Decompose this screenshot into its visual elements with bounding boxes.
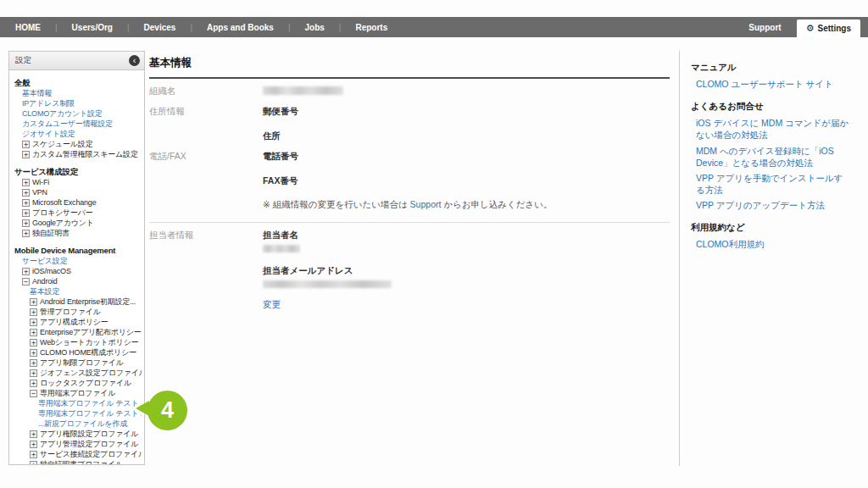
support-link[interactable]: Support <box>410 199 442 209</box>
nav-item-devices[interactable]: Devices <box>130 23 191 32</box>
nav-item-support[interactable]: Support <box>748 23 781 32</box>
sidebar-item[interactable]: +VPN <box>13 187 142 197</box>
sidebar-item[interactable]: +CLOMO HOME構成ポリシー <box>13 347 142 358</box>
help-link[interactable]: VPP アプリを手動でインストールする方法 <box>691 170 850 197</box>
sidebar-item[interactable]: +Wi-Fi <box>13 177 142 187</box>
expand-plus-icon[interactable]: + <box>30 298 37 306</box>
sidebar-item[interactable]: +アプリ管理設定プロファイル <box>13 439 142 449</box>
nav-item-users-org[interactable]: Users/Org <box>58 23 127 32</box>
sidebar-section-title: サービス構成設定 <box>13 166 142 177</box>
expand-plus-icon[interactable]: + <box>22 230 30 237</box>
expand-plus-icon[interactable]: + <box>30 430 37 438</box>
sidebar-item[interactable]: +iOS/macOS <box>13 266 142 276</box>
sidebar-item[interactable]: +スケジュール設定 <box>13 139 142 149</box>
sidebar-item[interactable]: +独自証明書プロファイル <box>13 459 142 465</box>
expand-plus-icon[interactable]: + <box>30 359 37 367</box>
zip-code-label: 郵便番号 <box>263 106 298 118</box>
sidebar-item-label: Webショートカットポリシー <box>40 337 138 347</box>
sidebar-item-label: 独自証明書 <box>32 228 70 238</box>
sidebar-item[interactable]: ジオサイト設定 <box>13 129 142 139</box>
sidebar-item[interactable]: +管理プロファイル <box>13 307 142 317</box>
redacted-contact-name <box>263 245 300 252</box>
sidebar-item-label: アプリ制限プロファイル <box>40 358 124 368</box>
sidebar-item-label: iOS/macOS <box>32 267 71 275</box>
sidebar-item[interactable]: 基本情報 <box>13 88 142 98</box>
settings-tab-label: Settings <box>818 24 851 33</box>
sidebar-header: 設定 ‹ <box>9 52 144 70</box>
sidebar-item[interactable]: ...新規プロファイルを作成 <box>13 419 142 429</box>
redacted-org-name <box>263 86 343 95</box>
sidebar-item[interactable]: +Googleアカウント <box>13 218 142 228</box>
expand-plus-icon[interactable]: + <box>30 308 37 316</box>
address-label: 住所情報 <box>149 106 263 142</box>
sidebar-item[interactable]: +アプリ権限設定プロファイル <box>13 429 142 439</box>
nav-item-jobs[interactable]: Jobs <box>291 23 339 32</box>
expand-plus-icon[interactable]: + <box>30 441 37 448</box>
sidebar-item[interactable]: +Enterpriseアプリ配布ポリシー <box>13 327 142 337</box>
sidebar-item[interactable]: +ジオフェンス設定プロファイル <box>13 368 142 378</box>
expand-plus-icon[interactable]: + <box>22 141 30 148</box>
expand-plus-icon[interactable]: + <box>30 329 37 336</box>
sidebar-item-label: カスタム管理権限スキーム設定 <box>32 149 138 159</box>
help-link[interactable]: VPP アプリのアップデート方法 <box>691 197 850 213</box>
sidebar-item[interactable]: CLOMOアカウント設定 <box>13 108 142 119</box>
contact-email-label: 担当者メールアドレス <box>263 265 392 277</box>
collapse-sidebar-icon[interactable]: ‹ <box>129 55 140 66</box>
sidebar-item[interactable]: +アプリ制限プロファイル <box>13 358 142 368</box>
nav-item-apps-and-books[interactable]: Apps and Books <box>192 23 288 32</box>
org-name-label: 組織名 <box>149 86 263 97</box>
sidebar-item[interactable]: IPアドレス制限 <box>13 98 142 108</box>
expand-plus-icon[interactable]: + <box>30 319 37 326</box>
help-section-title: 利用規約など <box>691 222 850 234</box>
sidebar-item[interactable]: 基本設定 <box>13 286 142 297</box>
sidebar-item[interactable]: カスタムユーザー情報設定 <box>13 119 142 129</box>
sidebar-item[interactable]: +プロキシサーバー <box>13 208 142 218</box>
expand-plus-icon[interactable]: + <box>30 461 37 466</box>
sidebar-item[interactable]: +カスタム管理権限スキーム設定 <box>13 149 142 159</box>
nav-tab-settings[interactable]: ⚙ Settings <box>797 19 860 37</box>
sidebar-item[interactable]: +サービス接続設定プロファイル <box>13 449 142 459</box>
nav-item-reports[interactable]: Reports <box>341 23 402 32</box>
sidebar-item-label: アプリ権限設定プロファイル <box>40 429 138 439</box>
expand-plus-icon[interactable]: + <box>22 151 30 158</box>
sidebar-item[interactable]: +Android Enterprise初期設定... <box>13 297 142 307</box>
expand-plus-icon[interactable]: + <box>30 451 37 458</box>
sidebar-item-label: Googleアカウント <box>32 218 94 228</box>
nav-item-home[interactable]: HOME <box>1 23 55 32</box>
phone-fax-values: 電話番号 FAX番号 <box>263 151 298 187</box>
expand-plus-icon[interactable]: + <box>30 349 37 357</box>
sidebar-item-label: CLOMOアカウント設定 <box>22 108 103 119</box>
expand-plus-icon[interactable]: + <box>30 380 37 387</box>
expand-plus-icon[interactable]: + <box>22 209 30 217</box>
sidebar-item[interactable]: +ロックタスクプロファイル <box>13 378 142 388</box>
sidebar-item[interactable]: +Microsoft Exchange <box>13 197 142 208</box>
sidebar-item[interactable]: 専用端末プロファイル テスト 1 <box>13 398 142 408</box>
expand-plus-icon[interactable]: + <box>22 179 30 186</box>
sidebar-item[interactable]: +アプリ構成ポリシー <box>13 317 142 327</box>
expand-minus-icon[interactable]: − <box>30 390 37 397</box>
help-link[interactable]: MDM へのデバイス登録時に「iOS Device」となる場合の対処法 <box>691 143 850 170</box>
redacted-contact-email <box>263 280 392 288</box>
expand-plus-icon[interactable]: + <box>30 339 37 347</box>
expand-plus-icon[interactable]: + <box>22 268 30 275</box>
expand-plus-icon[interactable]: + <box>30 369 37 377</box>
expand-minus-icon[interactable]: − <box>22 278 30 286</box>
sidebar-item[interactable]: +Webショートカットポリシー <box>13 337 142 347</box>
page-title: 基本情報 <box>149 56 670 79</box>
help-link[interactable]: CLOMO利用規約 <box>691 236 850 252</box>
expand-plus-icon[interactable]: + <box>22 199 30 207</box>
sidebar-item[interactable]: −Android <box>13 276 142 286</box>
sidebar-item-label: IPアドレス制限 <box>22 98 75 108</box>
note-text-prefix: ※ 組織情報の変更を行いたい場合は <box>263 199 410 209</box>
expand-plus-icon[interactable]: + <box>22 219 30 227</box>
nav-menu: HOME|Users/Org|Devices|Apps and Books|Jo… <box>0 17 402 37</box>
expand-plus-icon[interactable]: + <box>22 189 30 197</box>
sidebar-item[interactable]: 専用端末プロファイル テスト 2 <box>13 408 142 419</box>
help-link[interactable]: CLOMO ユーザーサポート サイト <box>691 76 850 92</box>
sidebar-item[interactable]: サービス設定 <box>13 256 142 266</box>
sidebar-item[interactable]: +独自証明書 <box>13 228 142 238</box>
sidebar-item[interactable]: −専用端末プロファイル <box>13 388 142 398</box>
sidebar-section-title: 全般 <box>13 77 142 88</box>
help-link[interactable]: iOS デバイスに MDM コマンドが届かない場合の対処法 <box>691 115 850 142</box>
change-link[interactable]: 変更 <box>263 299 392 311</box>
